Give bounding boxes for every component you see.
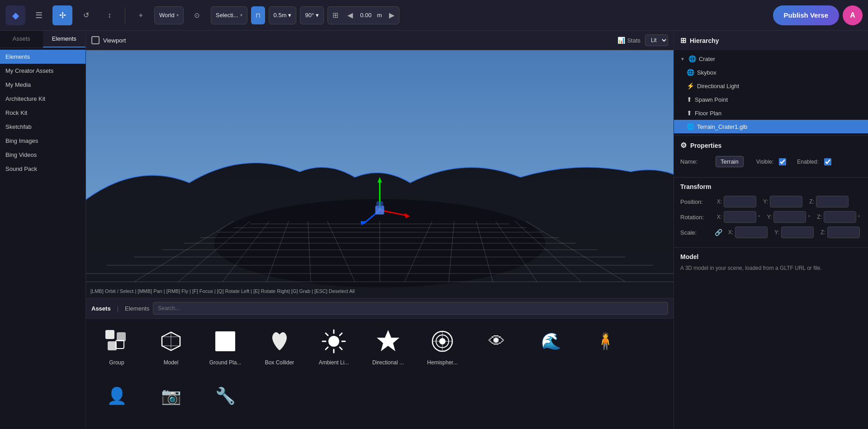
upload-button[interactable]: ↕: [100, 5, 119, 25]
position-z-input[interactable]: 0.00: [816, 196, 849, 207]
svg-line-48: [340, 333, 342, 335]
snap-distance-arrow-icon: ▾: [288, 12, 291, 19]
panel-tabs: Assets Elements: [0, 31, 85, 48]
svg-rect-33: [105, 330, 114, 339]
spawn-point-label: Spawn Point: [695, 96, 728, 103]
grid-controls: ⊞ ◀ 0.00 m ▶: [327, 6, 399, 24]
move-tool-button[interactable]: ✢: [52, 5, 72, 25]
hierarchy-item-terrain[interactable]: 🌐 Terrain_Crater1.glb: [674, 120, 868, 133]
sidebar-item-rock-kit[interactable]: Rock Kit: [0, 106, 85, 120]
stats-button[interactable]: 📊 Stats: [617, 37, 640, 44]
visible-checkbox[interactable]: [779, 158, 786, 165]
user-initial: A: [850, 11, 855, 19]
sidebar-list: Elements My Creator Assets My Media Arch…: [0, 48, 85, 429]
asset-item-r2-5[interactable]: 📷: [144, 377, 198, 425]
hierarchy-item-crater[interactable]: ▼ 🌐 Crater: [674, 52, 868, 66]
name-row: Name: Terrain Visible: Enabled:: [680, 156, 862, 167]
sidebar-item-elements[interactable]: Elements: [0, 50, 85, 64]
scale-x-input[interactable]: 1.00: [735, 226, 768, 238]
refresh-icon: ↺: [83, 11, 89, 19]
rotation-x-input[interactable]: 0.00: [724, 211, 756, 223]
rotation-z-input[interactable]: 0.00: [824, 211, 856, 223]
snap-distance-dropdown[interactable]: 0.5m ▾: [269, 6, 297, 24]
grid-next-button[interactable]: ▶: [384, 7, 399, 24]
transform-section: Transform Position: X: 0.00 Y: -0.25 Z: …: [674, 177, 868, 247]
grid-icon-button[interactable]: ⊞: [328, 7, 343, 24]
viewport-scene[interactable]: [LMB] Orbit / Select | [MMB] Pan | [RMB]…: [86, 50, 674, 298]
scale-z-input[interactable]: 1.00: [827, 226, 860, 238]
viewport-header: Viewport 📊 Stats Lit: [86, 31, 674, 50]
asset-item-r2-3[interactable]: 🧍: [578, 322, 632, 377]
viewport-label: Viewport: [103, 37, 126, 44]
asset-item-ground-plane[interactable]: Ground Pla...: [198, 322, 252, 377]
hierarchy-item-floor-plan[interactable]: ⬆ Floor Plan: [674, 106, 868, 120]
sidebar-item-my-media[interactable]: My Media: [0, 78, 85, 92]
asset-item-r2-2[interactable]: 🌊: [524, 322, 578, 377]
app-logo[interactable]: ◆: [5, 5, 25, 25]
refresh-button[interactable]: ↺: [76, 5, 96, 25]
stats-chart-icon: 📊: [617, 37, 625, 44]
viewport-mode-select[interactable]: Lit: [645, 34, 668, 46]
directional-light-label: Directional Light: [697, 83, 739, 90]
snap-toggle[interactable]: ⊓: [251, 6, 265, 24]
viewport-title: Viewport: [91, 36, 126, 44]
position-y-input[interactable]: -0.25: [770, 196, 802, 207]
asset-item-r2-6[interactable]: 🔧: [198, 377, 252, 425]
box-collider-icon: [265, 327, 294, 356]
sidebar-item-sound-pack[interactable]: Sound Pack: [0, 162, 85, 176]
selection-dropdown[interactable]: Selecti... ▾: [211, 6, 247, 24]
assets-tab-label: Assets: [91, 305, 111, 312]
tab-elements[interactable]: Elements: [43, 31, 86, 47]
menu-button[interactable]: ☰: [29, 5, 49, 25]
center-area: Viewport 📊 Stats Lit: [86, 31, 674, 429]
scale-y-input[interactable]: 1.00: [781, 226, 814, 238]
sidebar-item-architecture-kit[interactable]: Architecture Kit: [0, 92, 85, 106]
model-label: Model: [164, 359, 179, 366]
grid-unit: m: [374, 12, 384, 19]
publish-label: Publish Verse: [784, 11, 828, 19]
rotation-x-axis: X:: [714, 214, 722, 220]
asset-item-ambient-light[interactable]: Ambient Li...: [307, 322, 361, 377]
enabled-checkbox[interactable]: [824, 158, 831, 165]
grid-prev-button[interactable]: ◀: [343, 7, 357, 24]
toolbar: ◆ ☰ ✢ ↺ ↕ ⌖ World ▾ ⊙ Selecti... ▾ ⊓ 0.5…: [0, 0, 868, 31]
hierarchy-item-spawn-point[interactable]: ⬆ Spawn Point: [674, 93, 868, 106]
tab-assets[interactable]: Assets: [0, 31, 43, 47]
crater-globe-icon: 🌐: [688, 55, 696, 62]
sidebar-item-my-creator-assets[interactable]: My Creator Assets: [0, 64, 85, 78]
rotation-y-input[interactable]: 0.00: [773, 211, 806, 223]
asset-item-directional-light[interactable]: Directional ...: [361, 322, 415, 377]
sidebar-item-sketchfab[interactable]: Sketchfab: [0, 120, 85, 134]
world-dropdown[interactable]: World ▾: [154, 6, 184, 24]
skybox-label: Skybox: [697, 69, 716, 76]
svg-line-46: [326, 333, 328, 335]
hierarchy-item-skybox[interactable]: 🌐 Skybox: [674, 66, 868, 79]
name-value-badge[interactable]: Terrain: [716, 156, 744, 167]
sidebar-item-bing-videos[interactable]: Bing Videos: [0, 148, 85, 162]
hierarchy-item-directional-light[interactable]: ⚡ Directional Light: [674, 79, 868, 93]
user-avatar[interactable]: A: [843, 5, 863, 25]
asset-item-hemisphere[interactable]: Hemispher...: [415, 322, 470, 377]
asset-item-r2-1[interactable]: 👁: [470, 322, 524, 377]
snap-distance-label: 0.5m: [274, 12, 287, 19]
target-icon-button[interactable]: ⊙: [187, 5, 207, 25]
coord-icon-button[interactable]: ⌖: [131, 5, 151, 25]
asset-item-model[interactable]: Model: [144, 322, 198, 377]
directional-light-icon: [374, 327, 403, 356]
position-x-input[interactable]: 0.00: [724, 196, 756, 207]
elements-tab-label: Elements: [125, 305, 149, 312]
sidebar-item-bing-images[interactable]: Bing Images: [0, 134, 85, 148]
asset-item-group[interactable]: Group: [90, 322, 144, 377]
tab-assets-label: Assets: [13, 35, 30, 42]
snap-angle-dropdown[interactable]: 90° ▾: [300, 6, 324, 24]
publish-button[interactable]: Publish Verse: [773, 5, 839, 25]
ambient-light-icon: [319, 327, 348, 356]
properties-icon: ⚙: [680, 141, 687, 150]
asset-item-box-collider[interactable]: Box Collider: [252, 322, 307, 377]
eye-icon: 👁: [482, 327, 511, 356]
scale-label: Scale:: [680, 229, 712, 236]
scale-link-icon[interactable]: 🔗: [714, 229, 723, 236]
assets-search-input[interactable]: [153, 302, 668, 315]
asset-item-r2-4[interactable]: 👤: [90, 377, 144, 425]
model-icon: [157, 327, 185, 356]
